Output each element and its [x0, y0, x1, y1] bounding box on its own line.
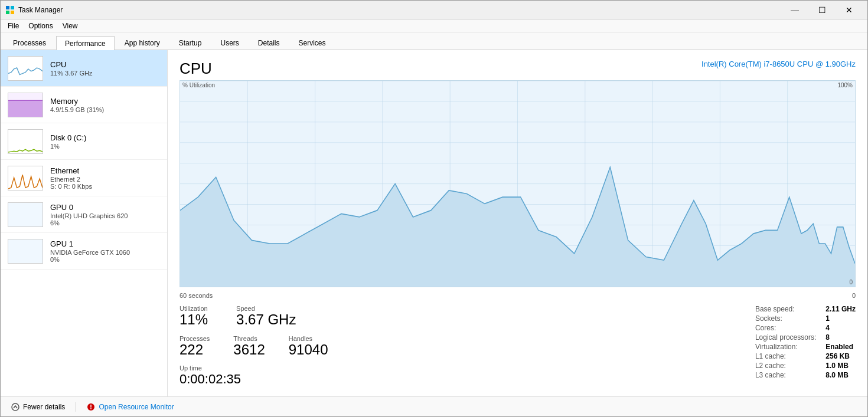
svg-point-33 [90, 408, 92, 409]
svg-point-30 [12, 403, 19, 411]
minimize-button[interactable]: — [781, 1, 808, 19]
maximize-button[interactable]: ☐ [808, 1, 836, 19]
svg-rect-8 [8, 239, 43, 263]
gpu1-thumbnail [8, 239, 43, 264]
fewer-details-label: Fewer details [23, 403, 65, 411]
gpu1-name: GPU 1 [50, 239, 160, 248]
tab-processes[interactable]: Processes [4, 35, 55, 50]
disk-name: Disk 0 (C:) [50, 133, 160, 142]
tab-bar: Processes Performance App history Startu… [1, 32, 867, 50]
memory-info: Memory 4.9/15.9 GB (31%) [50, 97, 160, 113]
tab-startup[interactable]: Startup [170, 35, 211, 50]
sidebar-item-ethernet[interactable]: Ethernet Ethernet 2S: 0 R: 0 Kbps [1, 160, 167, 196]
utilization-stat: Utilization 11% [180, 305, 208, 327]
utilization-value: 11% [180, 312, 208, 327]
cores-label: Cores: [755, 324, 816, 332]
speed-stat: Speed 3.67 GHz [236, 305, 296, 327]
disk-thumbnail [8, 129, 43, 154]
uptime-label: Up time [180, 365, 755, 372]
gpu1-detail: NVIDIA GeForce GTX 10600% [50, 249, 160, 263]
detail-cpu-name: Intel(R) Core(TM) i7-8650U CPU @ 1.90GHz [701, 60, 856, 68]
ethernet-detail: Ethernet 2S: 0 R: 0 Kbps [50, 176, 160, 190]
memory-name: Memory [50, 97, 160, 106]
sidebar-item-cpu[interactable]: CPU 11% 3.67 GHz [1, 50, 167, 87]
svg-rect-2 [6, 11, 9, 14]
title-bar-text: Task Manager [18, 6, 781, 14]
cpu-detail: 11% 3.67 GHz [50, 70, 160, 77]
ethernet-info: Ethernet Ethernet 2S: 0 R: 0 Kbps [50, 166, 160, 190]
open-resource-monitor-button[interactable]: Open Resource Monitor [83, 400, 177, 413]
gpu0-thumbnail [8, 202, 43, 227]
menu-file[interactable]: File [3, 21, 24, 31]
cpu-thumbnail [8, 56, 43, 81]
handles-stat: Handles 91040 [289, 335, 328, 357]
processes-stat: Processes 222 [180, 335, 210, 357]
svg-rect-3 [11, 11, 14, 14]
tab-details[interactable]: Details [249, 35, 289, 50]
main-content: CPU 11% 3.67 GHz Memory 4.9/15.9 GB (31%… [1, 50, 867, 396]
chart-min-label: 0 [849, 279, 853, 285]
chart-svg [180, 81, 855, 287]
sidebar-item-gpu1[interactable]: GPU 1 NVIDIA GeForce GTX 10600% [1, 233, 167, 270]
processes-label: Processes [180, 335, 210, 342]
l2-value: 1.0 MB [825, 362, 856, 370]
sockets-value: 1 [825, 314, 856, 323]
detail-title: CPU [180, 60, 212, 78]
virt-label: Virtualization: [755, 343, 816, 351]
threads-stat: Threads 3612 [233, 335, 265, 357]
chart-zero-label: 0 [852, 292, 856, 299]
handles-value: 91040 [289, 342, 328, 357]
chart-time-label: 60 seconds [180, 292, 213, 299]
close-button[interactable]: ✕ [836, 1, 863, 19]
title-bar-controls: — ☐ ✕ [781, 1, 863, 19]
right-stats: Base speed: 2.11 GHz Sockets: 1 Cores: 4… [755, 305, 856, 379]
threads-value: 3612 [233, 342, 265, 357]
chart-max-label: 100% [837, 82, 853, 88]
l3-value: 8.0 MB [825, 371, 856, 379]
disk-detail: 1% [50, 143, 160, 150]
bottom-bar: Fewer details Open Resource Monitor [1, 396, 867, 416]
processes-value: 222 [180, 342, 210, 357]
fewer-details-button[interactable]: Fewer details [8, 400, 68, 413]
chart-y-label: % Utilization [182, 82, 215, 88]
chart-footer: 60 seconds 0 [180, 292, 856, 299]
l3-label: L3 cache: [755, 371, 816, 379]
detail-header: CPU Intel(R) Core(TM) i7-8650U CPU @ 1.9… [180, 60, 856, 78]
menu-view[interactable]: View [58, 21, 83, 31]
ethernet-thumbnail [8, 166, 43, 191]
disk-info: Disk 0 (C:) 1% [50, 133, 160, 150]
l2-label: L2 cache: [755, 362, 816, 370]
l1-label: L1 cache: [755, 352, 816, 360]
memory-thumbnail [8, 93, 43, 117]
handles-label: Handles [289, 335, 328, 342]
gpu0-name: GPU 0 [50, 203, 160, 212]
l1-value: 256 KB [825, 352, 856, 360]
ethernet-name: Ethernet [50, 166, 160, 175]
gpu1-info: GPU 1 NVIDIA GeForce GTX 10600% [50, 239, 160, 263]
memory-detail: 4.9/15.9 GB (31%) [50, 106, 160, 113]
svg-rect-7 [8, 203, 43, 226]
base-speed-label: Base speed: [755, 305, 816, 313]
tab-app-history[interactable]: App history [116, 35, 169, 50]
stats-row-1: Utilization 11% Speed 3.67 GHz [180, 305, 755, 327]
sidebar-item-gpu0[interactable]: GPU 0 Intel(R) UHD Graphics 6206% [1, 196, 167, 233]
tab-services[interactable]: Services [290, 35, 335, 50]
sidebar-item-disk[interactable]: Disk 0 (C:) 1% [1, 123, 167, 160]
sidebar-item-memory[interactable]: Memory 4.9/15.9 GB (31%) [1, 87, 167, 123]
menu-options[interactable]: Options [24, 21, 57, 31]
tab-users[interactable]: Users [211, 35, 247, 50]
cpu-info: CPU 11% 3.67 GHz [50, 60, 160, 77]
cpu-chart: % Utilization 100% 0 [180, 80, 856, 287]
cpu-name: CPU [50, 60, 160, 69]
app-icon [5, 5, 15, 15]
left-stats: Utilization 11% Speed 3.67 GHz Processes… [180, 305, 755, 387]
resource-monitor-icon [87, 403, 95, 411]
virt-value: Enabled [825, 343, 856, 351]
sidebar: CPU 11% 3.67 GHz Memory 4.9/15.9 GB (31%… [1, 50, 168, 396]
tab-performance[interactable]: Performance [56, 36, 115, 50]
menu-bar: File Options View [1, 19, 867, 32]
stats-area: Utilization 11% Speed 3.67 GHz Processes… [180, 305, 856, 387]
uptime-stat: Up time 0:00:02:35 [180, 365, 755, 387]
open-rm-label: Open Resource Monitor [99, 403, 174, 411]
uptime-value: 0:00:02:35 [180, 372, 755, 387]
